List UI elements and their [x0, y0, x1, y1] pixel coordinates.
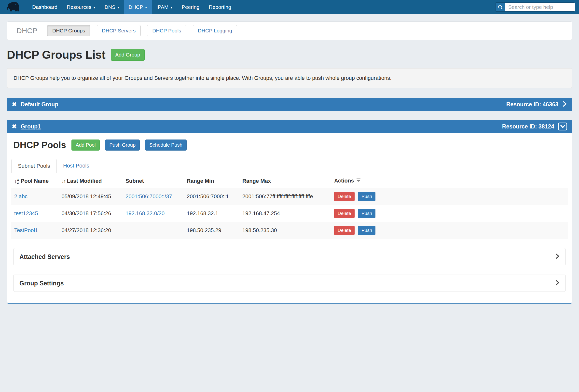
resource-id-label: Resource ID: 38124: [502, 123, 554, 130]
chevron-down-icon: ▾: [170, 5, 172, 9]
filter-icon[interactable]: [356, 178, 361, 184]
search-input[interactable]: [505, 2, 575, 11]
chevron-down-icon: ▾: [145, 5, 147, 9]
close-icon[interactable]: ✖: [12, 101, 17, 107]
dhcp-logging-button[interactable]: DHCP Logging: [193, 25, 237, 36]
range-max-cell: 2001:506:77ff:ffff:ffff:ffff:ffff:fffe: [239, 188, 331, 205]
tab-host-pools[interactable]: Host Pools: [57, 159, 95, 173]
subnet-pools-table: ↓AZPool Name ↓↑Last Modified Subnet Rang…: [11, 173, 568, 239]
search-icon[interactable]: [495, 2, 505, 11]
dhcp-pools-button[interactable]: DHCP Pools: [147, 25, 186, 36]
push-button[interactable]: Push: [358, 226, 375, 235]
navbar-spacer: [236, 0, 495, 14]
group-header-default-group[interactable]: ✖ Default Group Resource ID: 46363: [7, 98, 572, 111]
chevron-down-icon: ▾: [93, 5, 95, 9]
delete-button[interactable]: Delete: [334, 192, 355, 201]
col-header-range-max[interactable]: Range Max: [239, 173, 331, 188]
nav-item-peering[interactable]: Peering: [177, 0, 204, 14]
chevron-down-icon: [560, 125, 566, 128]
col-header-subnet[interactable]: Subnet: [123, 173, 184, 188]
range-max-cell: 192.168.47.254: [239, 205, 331, 222]
nav-item-dns[interactable]: DNS ▾: [100, 0, 124, 14]
attached-servers-panel[interactable]: Attached Servers: [13, 248, 566, 265]
dhcp-servers-button[interactable]: DHCP Servers: [97, 25, 141, 36]
add-group-button[interactable]: Add Group: [111, 49, 145, 61]
top-navbar: Dashboard Resources ▾ DNS ▾ DHCP ▾ IPAM …: [0, 0, 579, 14]
nav-item-reporting[interactable]: Reporting: [204, 0, 236, 14]
col-header-last-modified[interactable]: ↓↑Last Modified: [59, 173, 123, 188]
table-header-row: ↓AZPool Name ↓↑Last Modified Subnet Rang…: [11, 173, 568, 188]
resource-id-label: Resource ID: 46363: [506, 101, 558, 108]
pool-name-link[interactable]: TestPool1: [14, 227, 38, 233]
group-settings-panel[interactable]: Group Settings: [13, 275, 566, 292]
dhcp-pools-heading-row: DHCP Pools Add Pool Push Group Schedule …: [11, 140, 568, 151]
last-modified-cell: 04/30/2018 17:56:26: [59, 205, 123, 222]
sort-alpha-icon: ↓AZ: [14, 179, 19, 184]
page-description: DHCP Groups help you to organize all of …: [7, 68, 572, 88]
section-title: DHCP: [16, 26, 37, 35]
subnet-link[interactable]: 2001:506:7000::/37: [126, 193, 172, 199]
sort-icon: ↓↑: [62, 178, 65, 184]
range-min-cell: 2001:506:7000::1: [184, 188, 239, 205]
schedule-push-button[interactable]: Schedule Push: [145, 140, 187, 151]
col-header-actions[interactable]: Actions: [331, 173, 568, 188]
brand-logo[interactable]: [4, 0, 22, 14]
group-settings-label: Group Settings: [19, 280, 64, 287]
last-modified-cell: 05/09/2018 12:49:45: [59, 188, 123, 205]
pool-tabs: Subnet Pools Host Pools: [11, 159, 568, 173]
chevron-right-icon[interactable]: [562, 100, 567, 108]
push-button[interactable]: Push: [358, 209, 375, 218]
page-title: DHCP Groups List: [7, 48, 105, 61]
group1-panel-body: DHCP Pools Add Pool Push Group Schedule …: [7, 133, 572, 304]
group-name: Default Group: [21, 101, 58, 108]
push-group-button[interactable]: Push Group: [105, 140, 140, 151]
delete-button[interactable]: Delete: [334, 226, 355, 235]
dhcp-groups-button[interactable]: DHCP Groups: [47, 25, 90, 36]
mammoth-logo-icon: [6, 1, 20, 13]
subnet-link[interactable]: 192.168.32.0/20: [126, 210, 164, 216]
group-header-group1[interactable]: ✖ Group1 Resource ID: 38124: [7, 120, 572, 133]
col-header-range-min[interactable]: Range Min: [184, 173, 239, 188]
last-modified-cell: 04/27/2018 12:36:20: [59, 222, 123, 239]
table-row: TestPool1 04/27/2018 12:36:20 198.50.235…: [11, 222, 568, 239]
delete-button[interactable]: Delete: [334, 209, 355, 218]
tab-subnet-pools[interactable]: Subnet Pools: [11, 159, 57, 173]
nav-item-resources[interactable]: Resources ▾: [62, 0, 100, 14]
page-title-row: DHCP Groups List Add Group: [7, 48, 572, 61]
attached-servers-label: Attached Servers: [19, 253, 70, 260]
nav-item-ipam[interactable]: IPAM ▾: [152, 0, 177, 14]
dhcp-section-nav: DHCP DHCP Groups DHCP Servers DHCP Pools…: [7, 21, 572, 40]
collapse-toggle[interactable]: [558, 123, 567, 130]
add-pool-button[interactable]: Add Pool: [72, 140, 100, 151]
nav-item-dhcp[interactable]: DHCP ▾: [124, 0, 152, 14]
range-max-cell: 198.50.235.30: [239, 222, 331, 239]
chevron-right-icon: [555, 280, 560, 287]
table-row: 2 abc 05/09/2018 12:49:45 2001:506:7000:…: [11, 188, 568, 205]
pool-name-link[interactable]: test12345: [14, 210, 38, 216]
push-button[interactable]: Push: [358, 192, 375, 201]
group-name-link[interactable]: Group1: [21, 123, 41, 130]
close-icon[interactable]: ✖: [12, 124, 17, 129]
chevron-right-icon: [555, 253, 560, 260]
range-min-cell: 198.50.235.29: [184, 222, 239, 239]
dhcp-pools-heading: DHCP Pools: [13, 140, 66, 150]
global-search: [495, 2, 575, 11]
chevron-down-icon: ▾: [117, 5, 119, 9]
pool-name-link[interactable]: 2 abc: [14, 193, 27, 199]
range-min-cell: 192.168.32.1: [184, 205, 239, 222]
nav-item-dashboard[interactable]: Dashboard: [27, 0, 62, 14]
table-row: test12345 04/30/2018 17:56:26 192.168.32…: [11, 205, 568, 222]
col-header-pool-name[interactable]: ↓AZPool Name: [11, 173, 59, 188]
